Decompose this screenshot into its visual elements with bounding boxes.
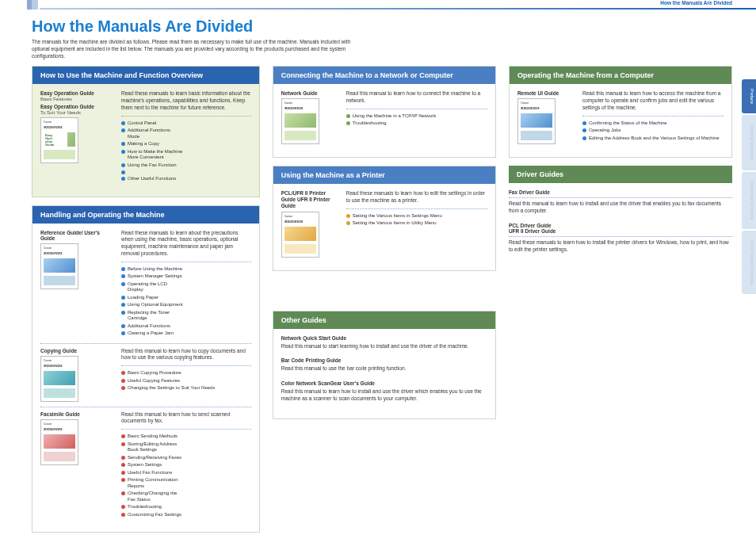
guide-name: Fax Driver Guide [509, 189, 732, 195]
guide-desc: Read these manuals to learn how to insta… [509, 239, 732, 254]
section-drivers: Driver Guides Fax Driver Guide Read this… [509, 166, 732, 253]
bullet-list: Before Using the MachineSystem Manager S… [121, 266, 251, 338]
section-header: Operating the Machine from a Computer [510, 67, 731, 84]
guide-name: Bar Code Printing Guide [281, 357, 487, 363]
guide-name: Remote UI Guide [517, 90, 575, 96]
section-desc: Read these manuals to learn about the pr… [121, 230, 251, 258]
bullet-list: Confirming the Status of the Machine Ope… [582, 120, 724, 143]
section-header: Using the Machine as a Printer [273, 166, 495, 184]
guide-name: Reference Guide/ User's Guide [40, 230, 113, 241]
intro-text: The manuals for the machine are divided … [32, 39, 365, 59]
guide-name: Network Quick Start Guide [281, 335, 487, 341]
guide-name: Easy Operation Guide [40, 90, 113, 96]
guide-sub: To Suit Your Needs [40, 110, 113, 115]
guide-desc: Read this manual to learn how to install… [509, 201, 732, 215]
section-desc: Read these manuals to learn basic inform… [121, 90, 251, 111]
tab-other[interactable]: Other Useful Functions [742, 231, 756, 294]
section-handling: Handling and Operating the Machine Refer… [32, 205, 260, 533]
manual-thumbnail: CanoniR2022/iR2018 [40, 419, 78, 465]
guide-desc: Read this manual to start learning how t… [281, 343, 487, 350]
section-header: Driver Guides [509, 166, 732, 183]
bullet-list: Setting the Various Items in Settings Me… [346, 213, 487, 228]
page-title: How the Manuals Are Divided [32, 17, 732, 36]
guide-name: Network Guide [281, 90, 338, 96]
bullet-list: Basic Copying Procedure Useful Copying F… [121, 370, 251, 393]
section-desc: Read this manual to learn how to send sc… [121, 411, 251, 426]
manual-thumbnail: CanoniR2022/iR2018 [40, 356, 78, 402]
section-header: Handling and Operating the Machine [32, 206, 259, 224]
section-printer: Using the Machine as a Printer PCL/UFR I… [273, 166, 496, 270]
section-desc: Read this manual to learn how to copy do… [121, 348, 251, 362]
guide-name: Copying Guide [40, 348, 113, 353]
section-header: Other Guides [273, 311, 495, 329]
guide-name: PCL/UFR II Printer Guide UFR II Printer … [281, 190, 338, 208]
section-desc: Read these manuals to learn how to edit … [346, 190, 487, 204]
section-desc: Read this manual to learn how to access … [582, 90, 724, 111]
tab-copying[interactable]: Copying Functions [742, 115, 756, 170]
guide-name: Color Network ScanGear User's Guide [281, 380, 487, 386]
guide-name: Facsimile Guide [40, 411, 113, 417]
tab-preface[interactable]: Preface [742, 79, 756, 113]
manual-thumbnail: CanoniR2022/iR2018 [40, 117, 78, 163]
guide-sub: Basic Features [40, 97, 113, 101]
guide-desc: Read this manual to use the bar code pri… [281, 365, 487, 373]
bullet-list: Using the Machine in a TCP/IP Network Tr… [346, 113, 487, 128]
bullet-list: Control PanelAdditional Functions Mode M… [121, 120, 251, 184]
guide-name: PCL Driver Guide UFR II Driver Guide [509, 223, 732, 234]
guide-name: Easy Operation Guide [40, 104, 113, 109]
manual-thumbnail: CanoniR2022/iR2018 [281, 98, 319, 144]
section-other: Other Guides Network Quick Start Guide R… [273, 311, 496, 419]
side-tabs: Preface Copying Functions Facsimile Func… [742, 79, 756, 294]
guide-desc: Read this manual to learn how to install… [281, 388, 487, 403]
manual-thumbnail: CanoniR2022/iR2018 [281, 212, 319, 258]
manual-thumbnail: CanoniR2022/iR2018 [40, 243, 78, 289]
section-remote: Operating the Machine from a Computer Re… [509, 66, 732, 158]
section-header: How to Use the Machine and Function Over… [32, 67, 259, 84]
tab-facsimile[interactable]: Facsimile Functions [742, 172, 756, 230]
section-header: Connecting the Machine to a Network or C… [273, 67, 495, 84]
bullet-list: Basic Sending MethodsStoring/Editing Add… [121, 434, 251, 519]
section-network: Connecting the Machine to a Network or C… [273, 66, 496, 158]
section-desc: Read this manual to learn how to connect… [346, 90, 487, 105]
manual-thumbnail: CanoniR2022/iR2018 [517, 98, 556, 144]
section-overview: How to Use the Machine and Function Over… [32, 66, 260, 197]
